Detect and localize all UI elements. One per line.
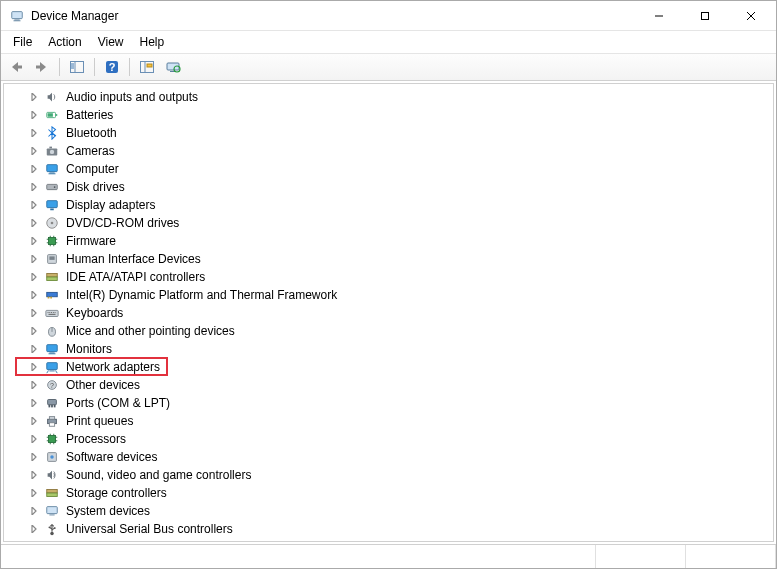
svg-rect-31 (47, 184, 58, 189)
svg-rect-33 (47, 201, 58, 208)
svg-rect-89 (47, 507, 58, 514)
svg-rect-34 (50, 209, 54, 211)
svg-point-91 (50, 532, 54, 536)
category-label: Disk drives (64, 180, 127, 194)
expand-icon[interactable] (28, 415, 40, 427)
expand-icon[interactable] (28, 433, 40, 445)
svg-rect-71 (51, 405, 53, 408)
category-ports[interactable]: Ports (COM & LPT) (4, 394, 773, 412)
category-cameras[interactable]: Cameras (4, 142, 773, 160)
menu-action[interactable]: Action (40, 33, 89, 51)
expand-icon[interactable] (28, 217, 40, 229)
category-computer[interactable]: Computer (4, 160, 773, 178)
expand-icon[interactable] (28, 343, 40, 355)
category-hid[interactable]: Human Interface Devices (4, 250, 773, 268)
category-printq[interactable]: Print queues (4, 412, 773, 430)
expand-icon[interactable] (28, 109, 40, 121)
expand-icon[interactable] (28, 469, 40, 481)
svg-rect-8 (36, 66, 41, 69)
port-icon (44, 395, 60, 411)
close-button[interactable] (728, 2, 774, 30)
expand-icon[interactable] (28, 379, 40, 391)
category-bluetooth[interactable]: Bluetooth (4, 124, 773, 142)
expand-icon[interactable] (28, 505, 40, 517)
speaker-icon (44, 89, 60, 105)
category-system[interactable]: System devices (4, 502, 773, 520)
category-ide[interactable]: IDE ATA/ATAPI controllers (4, 268, 773, 286)
category-storage[interactable]: Storage controllers (4, 484, 773, 502)
category-mice[interactable]: Mice and other pointing devices (4, 322, 773, 340)
category-batteries[interactable]: Batteries (4, 106, 773, 124)
category-firmware[interactable]: Firmware (4, 232, 773, 250)
printer-icon (44, 413, 60, 429)
svg-rect-52 (50, 297, 52, 299)
svg-rect-23 (56, 114, 57, 116)
svg-rect-4 (702, 12, 709, 19)
toolbar: ? (1, 53, 776, 81)
update-driver-button[interactable] (162, 56, 184, 78)
expand-icon[interactable] (28, 289, 40, 301)
expand-icon[interactable] (28, 307, 40, 319)
minimize-button[interactable] (636, 2, 682, 30)
svg-rect-87 (47, 490, 58, 494)
expand-icon[interactable] (28, 235, 40, 247)
expand-icon[interactable] (28, 523, 40, 535)
expand-icon[interactable] (28, 181, 40, 193)
forward-button[interactable] (31, 56, 53, 78)
category-label: Monitors (64, 342, 114, 356)
back-button[interactable] (5, 56, 27, 78)
expand-icon[interactable] (28, 325, 40, 337)
category-label: Firmware (64, 234, 118, 248)
menu-file[interactable]: File (5, 33, 40, 51)
category-intel[interactable]: Intel(R) Dynamic Platform and Thermal Fr… (4, 286, 773, 304)
content-area: Audio inputs and outputsBatteriesBluetoo… (1, 81, 776, 544)
category-display[interactable]: Display adapters (4, 196, 773, 214)
category-sound[interactable]: Sound, video and game controllers (4, 466, 773, 484)
pci-icon (44, 287, 60, 303)
help-button[interactable]: ? (101, 56, 123, 78)
svg-rect-75 (49, 423, 54, 427)
network-icon (44, 359, 60, 375)
keyboard-icon (44, 305, 60, 321)
svg-rect-74 (49, 417, 54, 420)
svg-rect-55 (49, 312, 50, 313)
optical-icon (44, 215, 60, 231)
svg-rect-51 (48, 297, 50, 299)
category-disk[interactable]: Disk drives (4, 178, 773, 196)
category-label: Audio inputs and outputs (64, 90, 200, 104)
expand-icon[interactable] (28, 361, 40, 373)
menu-view[interactable]: View (90, 33, 132, 51)
category-processors[interactable]: Processors (4, 430, 773, 448)
category-label: Computer (64, 162, 121, 176)
expand-icon[interactable] (28, 397, 40, 409)
expand-icon[interactable] (28, 451, 40, 463)
maximize-button[interactable] (682, 2, 728, 30)
expand-icon[interactable] (28, 145, 40, 157)
expand-icon[interactable] (28, 127, 40, 139)
category-dvd[interactable]: DVD/CD-ROM drives (4, 214, 773, 232)
device-tree[interactable]: Audio inputs and outputsBatteriesBluetoo… (3, 83, 774, 542)
category-other[interactable]: ?Other devices (4, 376, 773, 394)
expand-icon[interactable] (28, 487, 40, 499)
scan-hardware-button[interactable] (136, 56, 158, 78)
svg-rect-72 (54, 405, 56, 408)
category-audio[interactable]: Audio inputs and outputs (4, 88, 773, 106)
expand-icon[interactable] (28, 253, 40, 265)
software-icon (44, 449, 60, 465)
category-usb[interactable]: Universal Serial Bus controllers (4, 520, 773, 538)
category-monitors[interactable]: Monitors (4, 340, 773, 358)
category-keyboards[interactable]: Keyboards (4, 304, 773, 322)
expand-icon[interactable] (28, 163, 40, 175)
category-software[interactable]: Software devices (4, 448, 773, 466)
category-label: System devices (64, 504, 152, 518)
category-network[interactable]: Network adapters (4, 358, 773, 376)
menu-help[interactable]: Help (132, 33, 173, 51)
svg-rect-29 (49, 173, 54, 174)
show-hide-tree-button[interactable] (66, 56, 88, 78)
expand-icon[interactable] (28, 199, 40, 211)
expand-icon[interactable] (28, 91, 40, 103)
expand-icon[interactable] (28, 271, 40, 283)
svg-point-86 (50, 455, 54, 459)
category-label: Sound, video and game controllers (64, 468, 253, 482)
status-pane (596, 545, 686, 568)
